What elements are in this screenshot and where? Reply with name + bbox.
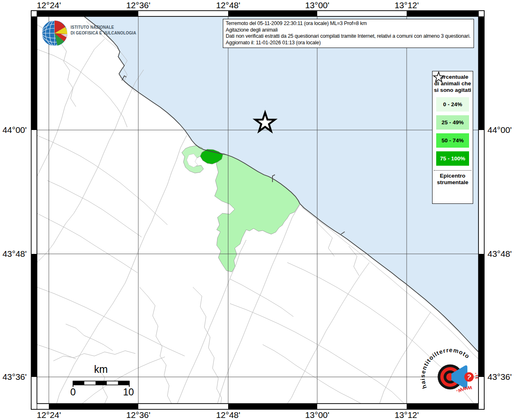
axis-label-lat: 43°48' bbox=[488, 249, 512, 259]
legend-box: Percentuale di animali che si sono agita… bbox=[432, 71, 473, 204]
legend-swatch-0-24: 0 - 24% bbox=[436, 97, 469, 112]
axis-label-lon: 12°36' bbox=[126, 0, 150, 10]
axis-label-lat: 43°36' bbox=[2, 372, 27, 382]
scale-unit-label: km bbox=[94, 363, 108, 375]
axis-label-lon: 12°24' bbox=[37, 410, 61, 420]
ingv-wordmark-line2: DI GEOFISICA E VULCANOLOGIA bbox=[71, 30, 136, 35]
axis-label-lon: 12°24' bbox=[37, 0, 61, 10]
earthquake-info-box: Terremoto del 05-11-2009 22:30:11 (ora l… bbox=[223, 19, 474, 48]
axis-label-lon: 12°48' bbox=[216, 410, 240, 420]
legend-swatch-75-100: 75 - 100% bbox=[436, 151, 469, 166]
axis-label-lat: 44°00' bbox=[488, 125, 512, 135]
map-screenshot: haisentitoilterremoto .it www. ? bbox=[0, 0, 515, 420]
axis-label-lon: 13°00' bbox=[305, 410, 329, 420]
legend-epicenter-label: Epicentro strumentale bbox=[433, 173, 473, 186]
legend-star-icon bbox=[433, 71, 445, 82]
legend-divider bbox=[434, 170, 472, 171]
axis-label-lon: 12°36' bbox=[126, 410, 150, 420]
axis-label-lat: 43°36' bbox=[488, 372, 512, 382]
scale-start-label: 0 bbox=[70, 386, 76, 398]
axis-label-lon: 13°12' bbox=[394, 410, 419, 420]
axis-label-lon: 13°00' bbox=[305, 0, 329, 10]
info-line-source: Dati non verificati estratti da 25 quest… bbox=[226, 33, 471, 40]
info-line-event: Terremoto del 05-11-2009 22:30:11 (ora l… bbox=[226, 21, 471, 27]
map-canvas: haisentitoilterremoto .it www. ? bbox=[0, 0, 515, 420]
legend-swatch-50-74: 50 - 74% bbox=[436, 133, 469, 148]
ingv-wordmark-line1: ISTITUTO NAZIONALE bbox=[71, 25, 114, 30]
scale-end-label: 10 bbox=[123, 386, 134, 398]
info-line-subject: Agitazione degli animali bbox=[226, 27, 471, 34]
info-line-updated: Aggiornato il: 11-01-2026 01:13 (ora loc… bbox=[226, 40, 471, 46]
legend-swatch-25-49: 25 - 49% bbox=[436, 115, 469, 130]
ingv-logo-globe bbox=[42, 21, 67, 46]
axis-label-lat: 43°48' bbox=[2, 249, 27, 259]
axis-label-lon: 13°12' bbox=[394, 0, 419, 10]
axis-label-lat: 44°00' bbox=[2, 125, 27, 135]
axis-label-lon: 12°48' bbox=[216, 0, 240, 10]
